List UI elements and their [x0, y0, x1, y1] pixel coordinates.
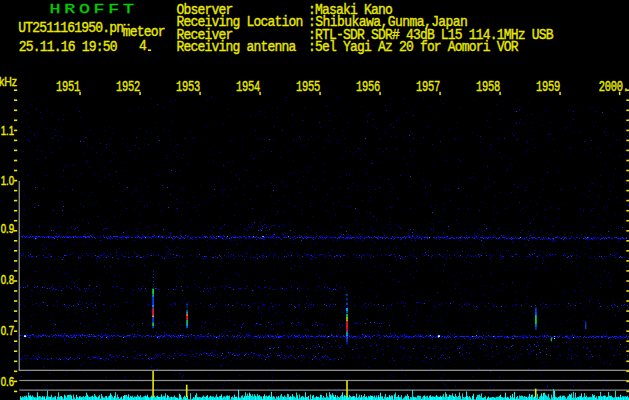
svg-text:1956: 1956 [356, 78, 380, 95]
svg-text:UT2511161950.pn: UT2511161950.pn [18, 20, 123, 36]
svg-text:0.8: 0.8 [1, 272, 14, 286]
svg-text:1951: 1951 [56, 78, 80, 95]
svg-text:0.6: 0.6 [1, 374, 14, 388]
svg-text:1958: 1958 [476, 78, 500, 95]
svg-text:1953: 1953 [176, 78, 200, 95]
svg-text:1954: 1954 [236, 78, 260, 95]
svg-text:1.0: 1.0 [1, 174, 14, 188]
svg-text:1955: 1955 [296, 78, 320, 95]
svg-text:2000.: 2000. [599, 78, 629, 95]
svg-text:0.7: 0.7 [1, 324, 14, 338]
svg-text:1957: 1957 [416, 78, 440, 95]
svg-text:Receiving antenna: Receiving antenna [177, 39, 297, 55]
svg-text:1952: 1952 [116, 78, 140, 95]
svg-text:4: 4 [139, 39, 147, 55]
svg-text:1.1: 1.1 [1, 124, 14, 138]
svg-text:HROFFT: HROFFT [50, 2, 138, 17]
svg-text::5el Yagi Az 20 for Aomori VOR: :5el Yagi Az 20 for Aomori VOR [308, 39, 518, 55]
svg-text:0.9: 0.9 [1, 222, 14, 236]
svg-text:1959: 1959 [536, 78, 560, 95]
svg-text:kHz: kHz [0, 75, 17, 88]
svg-text:25.11.16 19:50: 25.11.16 19:50 [19, 39, 118, 55]
